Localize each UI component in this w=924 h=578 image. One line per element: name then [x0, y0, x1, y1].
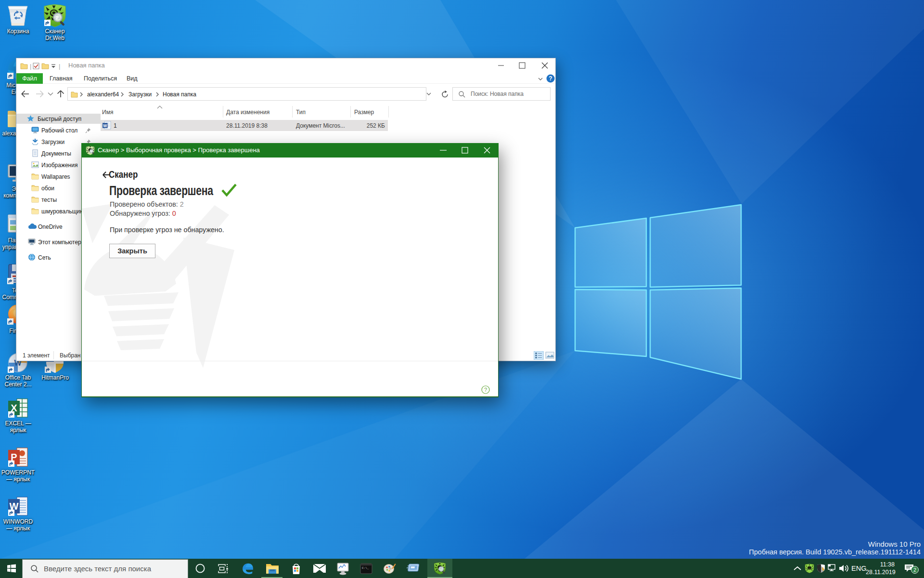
svg-text:|: |: [59, 63, 60, 70]
svg-text:2: 2: [913, 567, 916, 573]
svg-text:?: ?: [549, 75, 552, 82]
svg-text:W: W: [103, 123, 107, 128]
svg-text:?: ?: [484, 387, 487, 393]
svg-text:|: |: [30, 63, 31, 70]
svg-text:C:\_: C:\_: [362, 566, 369, 570]
